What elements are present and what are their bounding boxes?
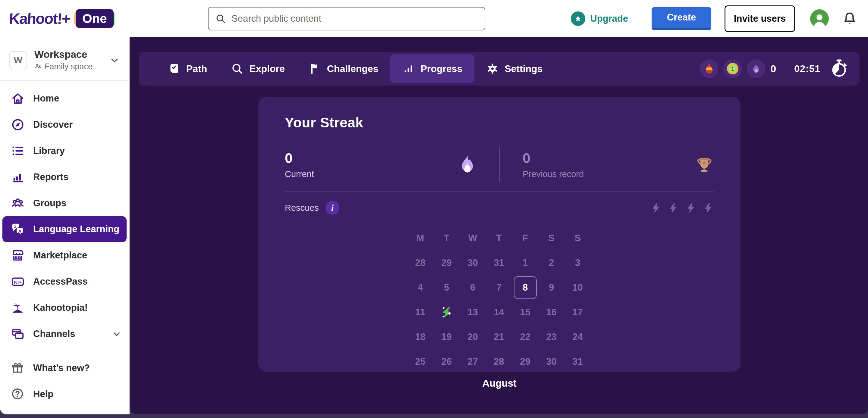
calendar-day: 20 — [467, 325, 478, 349]
workspace-subtitle: Family space — [44, 62, 93, 71]
sidebar-item-kahootopia[interactable]: Kahootopia! — [0, 294, 129, 321]
calendar-weekdays: MTWTFSS — [407, 226, 592, 251]
rescue-bolt-icon — [703, 200, 714, 215]
channels-icon — [11, 327, 25, 341]
rescue-bolt-icon — [650, 200, 661, 215]
language-bubbles-icon: z A — [11, 222, 25, 236]
sidebar-item-discover[interactable]: Discover — [0, 111, 129, 138]
divider — [0, 352, 129, 352]
calendar-day: 29 — [520, 349, 530, 374]
search-input[interactable] — [231, 13, 478, 24]
list-icon — [11, 144, 25, 158]
sidebar-item-library[interactable]: Library — [0, 138, 129, 164]
svg-text:A: A — [18, 229, 22, 234]
calendar-month-label: August — [407, 378, 592, 389]
stopwatch-icon[interactable] — [830, 59, 849, 78]
top-header: Kahoot!+ One Upgrade Create Invite users — [0, 0, 868, 37]
search-icon — [231, 63, 243, 75]
calendar-day: 31 — [572, 349, 583, 374]
calendar-day: 15 — [520, 300, 530, 325]
calendar-weekday: T — [496, 226, 502, 251]
calendar-day: 7 — [496, 275, 501, 300]
rescue-bolts — [650, 200, 714, 215]
calendar-day: 3 — [575, 251, 580, 275]
calendar-today: 8 — [514, 276, 537, 299]
notifications-bell-icon[interactable] — [842, 11, 857, 26]
sidebar-item-language-learning[interactable]: z A Language Learning — [2, 216, 127, 242]
calendar-day: 22 — [520, 325, 530, 349]
streak-day-bolt-icon — [440, 304, 454, 320]
language-flag-button[interactable] — [700, 59, 718, 78]
family-icon — [34, 63, 42, 71]
one-badge-label: One — [76, 9, 114, 28]
sidebar-item-channels[interactable]: Channels — [0, 321, 129, 347]
current-streak-value: 0 — [285, 150, 314, 166]
sidebar-item-reports[interactable]: Reports — [0, 164, 129, 190]
sidebar-item-accesspass[interactable]: K!+ AccessPass — [0, 268, 129, 294]
calendar-day: 31 — [494, 251, 504, 275]
calendar-weekday: S — [575, 226, 581, 251]
previous-record-label: Previous record — [523, 169, 584, 179]
flame-icon — [751, 62, 761, 75]
accesspass-badge-icon: K!+ — [11, 275, 25, 289]
sidebar-item-home[interactable]: Home — [0, 85, 129, 111]
calendar-day: 6 — [470, 275, 475, 300]
star-icon — [571, 11, 585, 26]
streak-calendar: MTWTFSS 28293031123456789101113141516171… — [407, 226, 592, 389]
calendar-weekday: T — [444, 226, 450, 251]
chevron-down-icon — [109, 55, 120, 66]
sidebar-item-groups[interactable]: Groups — [0, 190, 129, 216]
calendar-weekday: W — [468, 226, 477, 251]
previous-record-value: 0 — [523, 150, 584, 166]
chevron-down-icon — [112, 329, 122, 339]
tab-explore[interactable]: Explore — [219, 52, 297, 86]
svg-text:K!+: K!+ — [14, 279, 22, 284]
gear-icon — [487, 63, 498, 75]
calendar-day: 17 — [572, 300, 583, 325]
calendar-day — [440, 300, 454, 325]
tab-progress[interactable]: Progress — [390, 54, 474, 83]
calendar-day: 13 — [467, 300, 478, 325]
upgrade-button[interactable]: Upgrade — [571, 11, 628, 26]
calendar-day: 25 — [415, 349, 425, 374]
account-avatar[interactable] — [810, 9, 829, 28]
calendar-day: 30 — [546, 349, 556, 374]
divider — [285, 191, 714, 192]
calendar-grid: 2829303112345678910111314151617181920212… — [407, 251, 592, 374]
flag-icon — [309, 63, 321, 75]
calendar-day: 29 — [441, 251, 452, 275]
your-streak-card: Your Streak 0 Current 0 Previous record — [258, 97, 741, 372]
calendar-day: 24 — [572, 325, 583, 349]
coin-button[interactable]: 1 — [723, 59, 742, 78]
calendar-day: 9 — [549, 275, 554, 300]
calendar-day: 28 — [494, 349, 504, 374]
calendar-day: 28 — [415, 251, 425, 275]
help-button[interactable]: Help — [0, 381, 129, 407]
info-icon[interactable]: i — [326, 201, 339, 215]
kahoot-logo[interactable]: Kahoot!+ One — [9, 0, 115, 37]
calendar-day: 16 — [546, 300, 556, 325]
language-learning-subnav: Path Explore Challenges Progress — [138, 52, 860, 86]
workspace-avatar: W — [9, 51, 27, 69]
tab-path[interactable]: Path — [156, 52, 219, 86]
search-bar[interactable] — [208, 7, 485, 30]
calendar-day: 1 — [523, 251, 528, 275]
workspace-switcher[interactable]: W Workspace Family space — [0, 37, 129, 81]
coin-icon: 1 — [726, 62, 740, 75]
tab-settings[interactable]: Settings — [474, 52, 555, 86]
home-icon — [11, 92, 25, 105]
whats-new-button[interactable]: What’s new? — [0, 355, 129, 381]
current-streak-label: Current — [285, 169, 314, 179]
sidebar: W Workspace Family space Home Discove — [0, 37, 130, 414]
streak-flame-button[interactable] — [747, 59, 766, 78]
spain-flag-droplet-icon — [704, 63, 715, 74]
path-checklist-icon — [168, 63, 180, 75]
help-icon — [11, 387, 25, 401]
calendar-day: 8 — [514, 275, 537, 300]
card-title: Your Streak — [285, 115, 714, 131]
create-button[interactable]: Create — [652, 7, 711, 30]
tab-challenges[interactable]: Challenges — [297, 52, 391, 86]
sidebar-item-marketplace[interactable]: Marketplace — [0, 242, 129, 268]
invite-users-button[interactable]: Invite users — [724, 5, 795, 32]
palm-island-icon — [11, 301, 25, 315]
